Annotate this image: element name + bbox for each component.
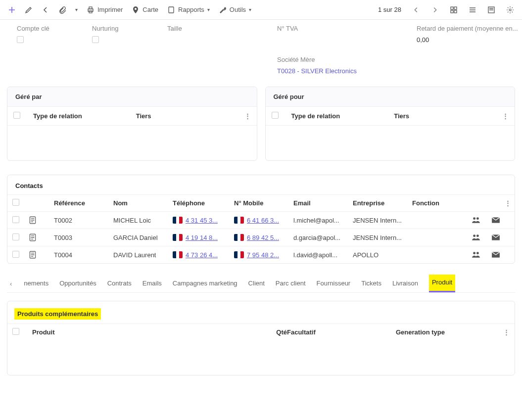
row-checkbox[interactable] xyxy=(12,251,19,258)
reports-button[interactable]: Rapports ▾ xyxy=(163,3,214,17)
document-icon[interactable] xyxy=(28,216,54,225)
tab-fournisseur[interactable]: Fournisseur xyxy=(317,276,351,292)
cell-phone: 4 73 26 4... xyxy=(173,251,234,259)
contacts-select-all[interactable] xyxy=(12,199,19,206)
mail-icon[interactable] xyxy=(491,216,511,225)
svg-point-12 xyxy=(476,217,479,220)
contact-row[interactable]: T0003GARCIA Daniel4 19 14 8...6 89 42 5.… xyxy=(7,229,515,246)
pager-next[interactable] xyxy=(427,3,443,17)
reports-label: Rapports xyxy=(178,6,204,13)
managed-by-col1: Type de relation xyxy=(33,112,136,120)
phone-link[interactable]: 4 73 26 4... xyxy=(186,251,218,259)
col-company: Entreprise xyxy=(353,199,412,207)
field-retard: Retard de paiement (moyenne en... 0,00 xyxy=(417,25,518,75)
tab-tickets[interactable]: Tickets xyxy=(361,276,381,292)
managed-by-empty xyxy=(7,126,257,160)
tab-scroll-left[interactable]: ‹ xyxy=(9,277,13,290)
document-icon[interactable] xyxy=(28,233,54,242)
pin-icon xyxy=(132,6,140,14)
cell-email: d.garcia@apol... xyxy=(293,234,353,241)
paperclip-icon xyxy=(58,6,66,14)
col-gen: Generation type xyxy=(396,328,495,336)
arrow-left-icon xyxy=(42,6,49,14)
toolbar: ▾ Imprimer Carte Rapports ▾ Outils ▾ 1 s… xyxy=(0,0,522,20)
managed-for-select-all[interactable] xyxy=(272,112,279,119)
back-button[interactable] xyxy=(38,3,53,17)
compte-cle-label: Compte clé xyxy=(17,25,81,32)
managed-for-menu[interactable]: ⋮ xyxy=(497,112,509,120)
tab-client[interactable]: Client xyxy=(248,276,265,292)
mobile-link[interactable]: 6 41 66 3... xyxy=(247,217,279,224)
managed-by-col2: Tiers xyxy=(136,112,239,120)
new-button[interactable] xyxy=(4,3,20,17)
managed-by-menu[interactable]: ⋮ xyxy=(239,112,251,120)
tab-evenements[interactable]: nements xyxy=(24,276,48,292)
tab-contrats[interactable]: Contrats xyxy=(107,276,132,292)
tab-emails[interactable]: Emails xyxy=(142,276,162,292)
produits-head: Produit Qté Facultatif Generation type ⋮ xyxy=(7,324,515,340)
cell-company: APOLLO xyxy=(353,251,412,259)
mobile-link[interactable]: 7 95 48 2... xyxy=(247,251,279,259)
managed-for-col1: Type de relation xyxy=(291,112,394,120)
contacts-head-menu[interactable]: ⋮ xyxy=(491,199,511,207)
nurturing-checkbox[interactable] xyxy=(92,36,99,43)
svg-rect-6 xyxy=(451,10,453,13)
compte-cle-checkbox[interactable] xyxy=(17,36,24,43)
mail-icon[interactable] xyxy=(491,250,511,259)
attach-button[interactable] xyxy=(54,3,70,17)
group-icon[interactable] xyxy=(472,233,491,242)
row-checkbox[interactable] xyxy=(12,233,19,240)
col-qte: Qté xyxy=(228,328,287,336)
tools-button[interactable]: Outils ▾ xyxy=(215,3,255,17)
managed-by-select-all[interactable] xyxy=(13,112,20,119)
tab-livraison[interactable]: Livraison xyxy=(392,276,418,292)
view-kanban[interactable] xyxy=(446,3,462,17)
cell-phone: 4 19 14 8... xyxy=(173,234,234,241)
map-button[interactable]: Carte xyxy=(128,3,162,17)
produits-panel: Produits complémentaires Produit Qté Fac… xyxy=(7,301,515,375)
produits-menu[interactable]: ⋮ xyxy=(495,328,510,336)
view-form[interactable] xyxy=(483,3,499,17)
produits-select-all[interactable] xyxy=(12,328,19,335)
mail-icon[interactable] xyxy=(491,233,511,242)
cell-ref: T0002 xyxy=(54,217,113,224)
managed-for-head: Type de relation Tiers ⋮ xyxy=(266,107,515,126)
cell-email: l.michel@apol... xyxy=(293,217,353,224)
contact-row[interactable]: T0004DAVID Laurent4 73 26 4...7 95 48 2.… xyxy=(7,246,515,263)
tab-opportunites[interactable]: Opportunités xyxy=(59,276,96,292)
flag-fr-icon xyxy=(173,251,183,258)
svg-rect-1 xyxy=(89,7,92,9)
more-dropdown[interactable]: ▾ xyxy=(71,4,82,15)
svg-rect-5 xyxy=(454,7,457,9)
edit-button[interactable] xyxy=(21,3,37,17)
tab-campagnes[interactable]: Campagnes marketing xyxy=(173,276,237,292)
phone-link[interactable]: 4 19 14 8... xyxy=(186,234,218,241)
cell-mobile: 6 41 66 3... xyxy=(234,217,293,224)
group-icon[interactable] xyxy=(472,216,491,225)
tab-produit[interactable]: Produit xyxy=(429,275,455,292)
field-compte-cle: Compte clé xyxy=(17,25,81,75)
pager-prev[interactable] xyxy=(408,3,424,17)
tab-parc-client[interactable]: Parc client xyxy=(276,276,306,292)
contact-row[interactable]: T0002MICHEL Loic4 31 45 3...6 41 66 3...… xyxy=(7,211,515,229)
phone-link[interactable]: 4 31 45 3... xyxy=(186,217,218,224)
content: Compte clé Nurturing Taille N° TVA Socié… xyxy=(0,20,522,385)
mobile-link[interactable]: 6 89 42 5... xyxy=(247,234,279,241)
document-icon[interactable] xyxy=(28,250,54,259)
tva-label: N° TVA xyxy=(277,25,406,32)
print-button[interactable]: Imprimer xyxy=(83,3,127,17)
flag-fr-icon xyxy=(234,217,244,224)
svg-rect-7 xyxy=(454,10,457,13)
societe-mere-label: Société Mère xyxy=(277,56,406,63)
row-checkbox[interactable] xyxy=(12,216,19,223)
contacts-body: T0002MICHEL Loic4 31 45 3...6 41 66 3...… xyxy=(7,211,515,263)
caret-down-icon: ▾ xyxy=(249,7,251,12)
svg-rect-4 xyxy=(451,7,453,9)
cell-company: JENSEN Intern... xyxy=(353,234,412,241)
cell-company: JENSEN Intern... xyxy=(353,217,412,224)
form-icon xyxy=(487,6,495,14)
view-list[interactable] xyxy=(465,3,480,17)
group-icon[interactable] xyxy=(472,250,491,259)
societe-mere-link[interactable]: T0028 - SILVER Electronics xyxy=(277,67,406,75)
settings-button[interactable] xyxy=(502,3,518,17)
